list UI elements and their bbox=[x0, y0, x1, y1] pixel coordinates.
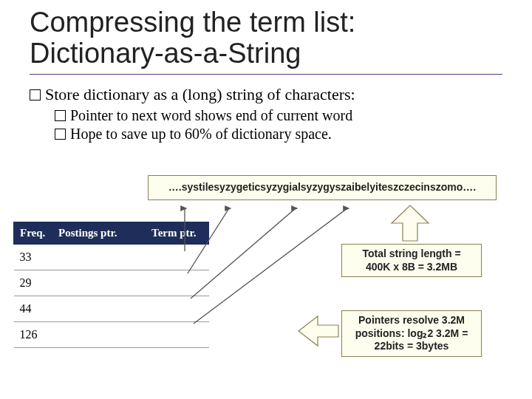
callout-line: Total string length = bbox=[362, 248, 460, 259]
bullet-sub-2: Hope to save up to 60% of dictionary spa… bbox=[55, 126, 502, 143]
cell-postings bbox=[52, 270, 146, 296]
th-term: Term ptr. bbox=[146, 222, 209, 245]
cell-postings bbox=[52, 245, 146, 270]
callout-line: 400K x 8B = 3.2MB bbox=[366, 261, 457, 273]
cell-term bbox=[146, 245, 209, 270]
table-header-row: Freq. Postings ptr. Term ptr. bbox=[14, 222, 209, 245]
callout-total-length: Total string length = 400K x 8B = 3.2MB bbox=[341, 244, 482, 277]
table-row: 29 bbox=[14, 270, 209, 296]
cell-freq: 126 bbox=[14, 322, 52, 348]
callout-line: Pointers resolve 3.2M bbox=[358, 314, 465, 326]
block-arrow-left-icon bbox=[299, 316, 338, 346]
bullet-sub2-text: Hope to save up to 60% of dictionary spa… bbox=[70, 126, 332, 142]
title-line-1: Compressing the term list: bbox=[30, 7, 355, 38]
cell-term bbox=[146, 296, 209, 322]
table-row: 44 bbox=[14, 296, 209, 322]
dictionary-table: Freq. Postings ptr. Term ptr. 33 29 44 1… bbox=[13, 222, 209, 348]
cell-postings bbox=[52, 322, 146, 348]
bullet-square-icon bbox=[55, 129, 66, 140]
callout-line: 22bits = 3bytes bbox=[375, 340, 449, 352]
cell-term bbox=[146, 270, 209, 296]
th-freq: Freq. bbox=[14, 222, 52, 245]
cell-freq: 44 bbox=[14, 296, 52, 322]
bullet-sub1-text: Pointer to next word shows end of curren… bbox=[70, 107, 352, 123]
cell-freq: 33 bbox=[14, 245, 52, 270]
callout-pointers: Pointers resolve 3.2M positions: log₂2 3… bbox=[341, 310, 482, 357]
bullet-square-icon bbox=[30, 89, 41, 100]
title-underline bbox=[30, 74, 502, 75]
bullet-square-icon bbox=[55, 110, 66, 121]
table-row: 33 bbox=[14, 245, 209, 270]
table-row: 126 bbox=[14, 322, 209, 348]
slide-title: Compressing the term list: Dictionary-as… bbox=[30, 7, 502, 69]
cell-term bbox=[146, 322, 209, 348]
concatenated-string-box: ….systilesyzygeticsyzygialsyzygyszaibely… bbox=[148, 175, 497, 200]
th-postings: Postings ptr. bbox=[52, 222, 146, 245]
title-line-2: Dictionary-as-a-String bbox=[30, 38, 301, 69]
block-arrow-up-icon bbox=[392, 205, 429, 241]
callout-line: positions: log₂2 3.2M = bbox=[355, 327, 468, 339]
bullet-main: Store dictionary as a (long) string of c… bbox=[30, 85, 502, 104]
bullet-sub-1: Pointer to next word shows end of curren… bbox=[55, 107, 502, 124]
slide: Compressing the term list: Dictionary-as… bbox=[0, 0, 532, 399]
cell-postings bbox=[52, 296, 146, 322]
bullet-main-text: Store dictionary as a (long) string of c… bbox=[45, 85, 355, 103]
cell-freq: 29 bbox=[14, 270, 52, 296]
